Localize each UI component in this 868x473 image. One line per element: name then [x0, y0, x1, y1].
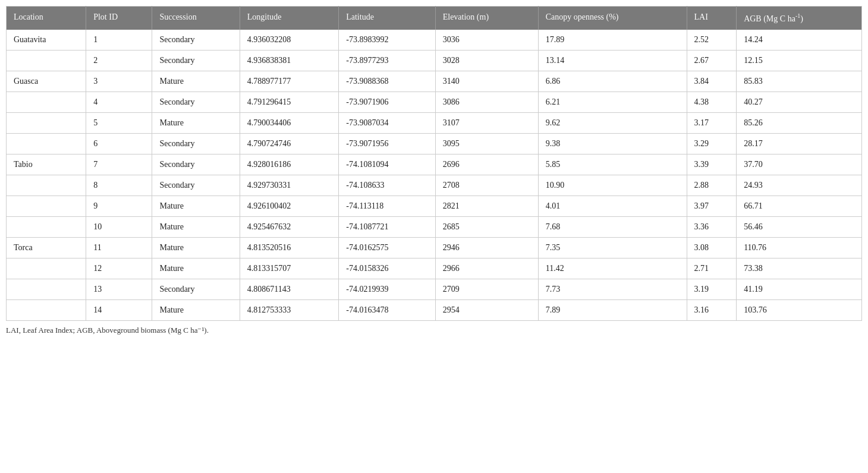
- col-header-succession: Succession: [152, 7, 240, 30]
- cell-succession: Secondary: [152, 175, 240, 195]
- cell-latitude: -74.0162575: [339, 237, 435, 258]
- cell-location: Tabio: [7, 154, 86, 175]
- cell-location: [7, 195, 86, 216]
- cell-succession: Secondary: [152, 30, 240, 51]
- cell-elevation: 3095: [435, 133, 538, 154]
- cell-succession: Mature: [152, 299, 240, 320]
- cell-plot_id: 11: [86, 237, 152, 258]
- col-header-canopy-openness: Canopy openness (%): [538, 7, 687, 30]
- cell-canopy_openness: 17.89: [538, 30, 687, 51]
- table-row: 14Mature4.812753333-74.016347829547.893.…: [7, 299, 862, 320]
- table-row: 12Mature4.813315707-74.0158326296611.422…: [7, 258, 862, 279]
- cell-canopy_openness: 9.62: [538, 112, 687, 133]
- cell-elevation: 2709: [435, 279, 538, 299]
- cell-plot_id: 8: [86, 175, 152, 195]
- cell-succession: Secondary: [152, 154, 240, 175]
- cell-plot_id: 3: [86, 71, 152, 92]
- cell-plot_id: 6: [86, 133, 152, 154]
- cell-longitude: 4.926100402: [240, 195, 338, 216]
- cell-succession: Mature: [152, 71, 240, 92]
- cell-canopy_openness: 7.89: [538, 299, 687, 320]
- table-row: 2Secondary4.936838381-73.8977293302813.1…: [7, 50, 862, 71]
- cell-succession: Secondary: [152, 92, 240, 112]
- cell-lai: 3.17: [687, 112, 737, 133]
- cell-canopy_openness: 7.73: [538, 279, 687, 299]
- table-row: Tabio7Secondary4.928016186-74.1081094269…: [7, 154, 862, 175]
- cell-elevation: 2821: [435, 195, 538, 216]
- cell-longitude: 4.813315707: [240, 258, 338, 279]
- table-row: Torca11Mature4.813520516-74.016257529467…: [7, 237, 862, 258]
- cell-elevation: 3036: [435, 30, 538, 51]
- cell-canopy_openness: 9.38: [538, 133, 687, 154]
- cell-agb: 12.15: [737, 50, 862, 71]
- cell-agb: 41.19: [737, 279, 862, 299]
- table-row: 6Secondary4.790724746-73.907195630959.38…: [7, 133, 862, 154]
- cell-longitude: 4.929730331: [240, 175, 338, 195]
- cell-canopy_openness: 5.85: [538, 154, 687, 175]
- cell-latitude: -74.0158326: [339, 258, 435, 279]
- cell-elevation: 3107: [435, 112, 538, 133]
- cell-latitude: -74.1081094: [339, 154, 435, 175]
- cell-longitude: 4.788977177: [240, 71, 338, 92]
- table-row: 10Mature4.925467632-74.108772126857.683.…: [7, 216, 862, 237]
- cell-latitude: -74.0163478: [339, 299, 435, 320]
- cell-location: [7, 258, 86, 279]
- cell-succession: Secondary: [152, 133, 240, 154]
- cell-elevation: 3028: [435, 50, 538, 71]
- cell-elevation: 3086: [435, 92, 538, 112]
- cell-latitude: -73.9071956: [339, 133, 435, 154]
- cell-succession: Mature: [152, 237, 240, 258]
- cell-lai: 2.88: [687, 175, 737, 195]
- cell-location: [7, 299, 86, 320]
- table-row: 13Secondary4.808671143-74.021993927097.7…: [7, 279, 862, 299]
- cell-latitude: -74.1087721: [339, 216, 435, 237]
- cell-latitude: -74.0219939: [339, 279, 435, 299]
- cell-latitude: -73.8983992: [339, 30, 435, 51]
- cell-canopy_openness: 10.90: [538, 175, 687, 195]
- cell-agb: 73.38: [737, 258, 862, 279]
- cell-latitude: -73.9087034: [339, 112, 435, 133]
- cell-longitude: 4.936838381: [240, 50, 338, 71]
- cell-canopy_openness: 6.21: [538, 92, 687, 112]
- cell-location: [7, 216, 86, 237]
- cell-location: [7, 92, 86, 112]
- col-header-agb: AGB (Mg C ha-1): [737, 7, 862, 30]
- cell-longitude: 4.925467632: [240, 216, 338, 237]
- cell-agb: 24.93: [737, 175, 862, 195]
- cell-canopy_openness: 7.68: [538, 216, 687, 237]
- cell-agb: 66.71: [737, 195, 862, 216]
- cell-canopy_openness: 4.01: [538, 195, 687, 216]
- cell-agb: 37.70: [737, 154, 862, 175]
- cell-canopy_openness: 11.42: [538, 258, 687, 279]
- cell-location: [7, 279, 86, 299]
- cell-plot_id: 7: [86, 154, 152, 175]
- cell-location: Guasca: [7, 71, 86, 92]
- cell-lai: 3.39: [687, 154, 737, 175]
- cell-canopy_openness: 6.86: [538, 71, 687, 92]
- col-header-location: Location: [7, 7, 86, 30]
- cell-longitude: 4.936032208: [240, 30, 338, 51]
- cell-lai: 2.52: [687, 30, 737, 51]
- cell-agb: 103.76: [737, 299, 862, 320]
- cell-latitude: -73.8977293: [339, 50, 435, 71]
- table-container: Location Plot ID Succession Longitude La…: [6, 6, 862, 335]
- cell-location: [7, 175, 86, 195]
- cell-location: Guatavita: [7, 30, 86, 51]
- cell-elevation: 2708: [435, 175, 538, 195]
- col-header-elevation: Elevation (m): [435, 7, 538, 30]
- table-footnote: LAI, Leaf Area Index; AGB, Aboveground b…: [6, 326, 862, 335]
- col-header-lai: LAI: [687, 7, 737, 30]
- cell-lai: 3.19: [687, 279, 737, 299]
- cell-succession: Secondary: [152, 50, 240, 71]
- cell-lai: 3.36: [687, 216, 737, 237]
- cell-lai: 2.71: [687, 258, 737, 279]
- cell-succession: Secondary: [152, 279, 240, 299]
- cell-agb: 40.27: [737, 92, 862, 112]
- cell-plot_id: 2: [86, 50, 152, 71]
- cell-longitude: 4.928016186: [240, 154, 338, 175]
- cell-longitude: 4.790724746: [240, 133, 338, 154]
- cell-latitude: -74.113118: [339, 195, 435, 216]
- col-header-plot-id: Plot ID: [86, 7, 152, 30]
- cell-longitude: 4.808671143: [240, 279, 338, 299]
- cell-latitude: -73.9071906: [339, 92, 435, 112]
